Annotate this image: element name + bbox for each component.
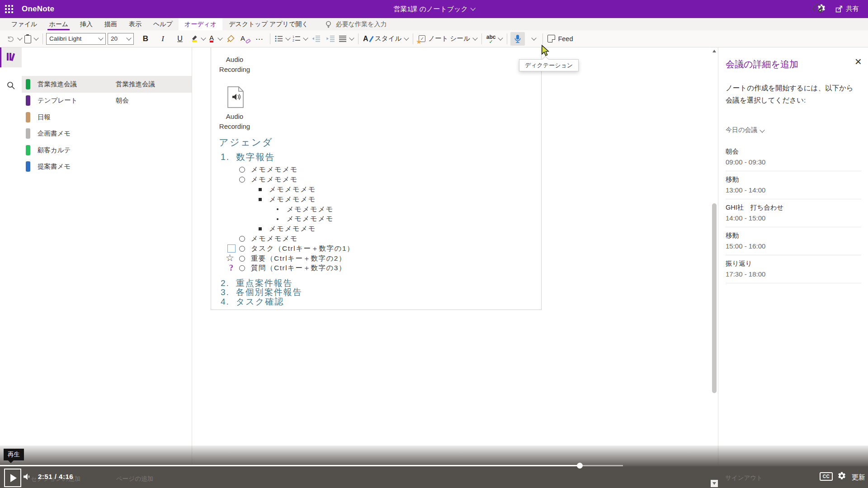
seek-bar-remaining[interactable] [583, 465, 623, 466]
note-row[interactable]: メモメモメモ [211, 194, 537, 204]
tab-draw[interactable]: 描画 [99, 18, 123, 30]
sign-out-link[interactable]: サインアウト [725, 474, 763, 482]
underline-button[interactable]: U [173, 32, 187, 46]
open-in-desktop-button[interactable]: デスクトップ アプリで開く [222, 18, 315, 30]
play-button[interactable] [4, 469, 21, 487]
left-rail [0, 47, 22, 488]
bullets-button[interactable] [274, 32, 291, 46]
highlighter-button[interactable] [189, 32, 207, 46]
meeting-details-panel: 会議の詳細を追加 × ノートの作成を開始するには、以下から会議を選択してください… [718, 47, 868, 488]
notebook-title-header[interactable]: 営業1課 のノートブック [393, 0, 475, 18]
seek-bar-played[interactable] [0, 465, 580, 466]
note-row[interactable]: メモメモメモ [211, 175, 537, 185]
notebook-list-toggle[interactable] [0, 47, 22, 67]
section-item[interactable]: 顧客カルテ [22, 142, 108, 159]
format-painter-button[interactable] [223, 32, 238, 46]
todays-meetings-dropdown[interactable]: 今日の会議 [726, 126, 764, 134]
panel-instruction: ノートの作成を開始するには、以下から会議を選択してください: [726, 82, 860, 106]
section-item[interactable]: 営業推進会議 [22, 76, 108, 93]
numbering-button[interactable]: 12 [291, 32, 309, 46]
page-item[interactable]: 営業推進会議 [108, 76, 192, 93]
total-duration: 4:16 [59, 473, 73, 480]
note-text: メモメモメモ [251, 165, 298, 174]
meeting-item[interactable]: GHI社 打ち合わせ14:00 - 15:00 [726, 199, 861, 227]
agenda-block[interactable]: アジェンダ 1.数字報告 メモメモメモメモメモメモメモメモメモメモメモメモメモメ… [211, 136, 537, 306]
tab-audio[interactable]: オーディオ [179, 18, 222, 30]
scrollbar-up-arrow[interactable] [711, 47, 718, 55]
meeting-name: GHI社 打ち合わせ [726, 203, 861, 212]
note-text: メモメモメモ [251, 175, 298, 184]
font-size-combobox[interactable]: 20 [108, 33, 134, 45]
volume-icon[interactable] [23, 473, 32, 483]
section-label: 日報 [38, 113, 51, 122]
font-color-button[interactable]: A [207, 32, 223, 46]
note-row[interactable]: メモメモメモ [211, 204, 537, 214]
closed-captions-button[interactable]: CC [820, 472, 833, 481]
tab-file[interactable]: ファイル [5, 18, 43, 30]
seek-handle[interactable] [577, 463, 583, 469]
scrollbar-thumb[interactable] [712, 203, 717, 393]
meeting-item[interactable]: 振り返り17:30 - 18:00 [726, 255, 861, 283]
share-button[interactable]: 共有 [830, 2, 864, 16]
more-formatting-button[interactable]: … [252, 32, 267, 46]
section-item[interactable]: テンプレート [22, 93, 108, 109]
todo-checkbox[interactable] [227, 244, 236, 253]
page-canvas[interactable]: AudioRecording AudioRecording アジェンダ 1.数字… [192, 47, 718, 488]
dictation-button[interactable] [510, 32, 525, 46]
add-page-button[interactable]: ページの追加 [116, 475, 153, 483]
app-launcher-icon[interactable] [0, 0, 18, 18]
tab-insert[interactable]: 挿入 [74, 18, 99, 30]
section-label: 提案書メモ [38, 162, 71, 171]
spell-check-button[interactable]: abc✓ [485, 32, 504, 46]
note-row[interactable]: メモメモメモ [211, 165, 537, 175]
section-item[interactable]: 企画書メモ [22, 126, 108, 142]
meeting-item[interactable]: 移動15:00 - 16:00 [726, 227, 861, 255]
search-button[interactable] [0, 75, 22, 95]
share-icon [835, 5, 843, 13]
note-row[interactable]: メモメモメモ [211, 214, 537, 224]
italic-icon: I [161, 34, 164, 43]
italic-button[interactable]: I [156, 32, 170, 46]
section-item[interactable]: 日報 [22, 109, 108, 126]
increase-indent-button[interactable] [323, 32, 338, 46]
scrollbar-down-arrow[interactable] [711, 480, 718, 487]
audio-recording-label[interactable]: AudioRecording [210, 112, 259, 131]
meeting-item[interactable]: 朝会09:00 - 09:30 [726, 143, 861, 171]
feed-button[interactable]: Feed [546, 32, 574, 46]
note-row[interactable]: メモメモメモ [211, 224, 537, 234]
tell-me-search[interactable]: 必要な作業を入力 [325, 18, 387, 30]
undo-button[interactable] [5, 32, 23, 46]
microphone-icon [513, 34, 522, 43]
note-row[interactable]: タスク（Ctrlキー＋数字の1） [211, 244, 537, 253]
close-icon[interactable]: × [855, 56, 862, 67]
tab-view[interactable]: 表示 [123, 18, 147, 30]
agenda-title: アジェンダ [219, 136, 537, 149]
decrease-indent-button[interactable] [309, 32, 323, 46]
audio-recording-label-clipped[interactable]: AudioRecording [210, 55, 259, 75]
alignment-button[interactable] [338, 32, 355, 46]
player-settings-icon[interactable] [837, 471, 846, 482]
font-color-icon: A [208, 34, 215, 44]
clear-formatting-button[interactable]: A [238, 32, 252, 46]
font-name-combobox[interactable]: Calibri Light [46, 33, 106, 45]
dictation-dropdown[interactable] [525, 32, 539, 46]
page-item[interactable]: 朝会 [108, 93, 192, 109]
note-row[interactable]: メモメモメモ [211, 185, 537, 195]
note-row[interactable]: ?質問（Ctrlキー＋数字の3） [211, 263, 537, 273]
note-text: タスク（Ctrlキー＋数字の1） [251, 244, 354, 253]
update-link[interactable]: 更新 [852, 473, 865, 482]
section-item[interactable]: 提案書メモ [22, 159, 108, 175]
tab-home[interactable]: ホーム [43, 18, 74, 30]
bold-button[interactable]: B [138, 32, 153, 46]
tab-help[interactable]: ヘルプ [147, 18, 179, 30]
audio-file-icon[interactable] [227, 86, 244, 110]
note-tags-button[interactable]: ✓★ ノート シール [416, 32, 478, 46]
paste-button[interactable] [23, 32, 39, 46]
meeting-item[interactable]: 移動13:00 - 14:00 [726, 171, 861, 199]
note-row[interactable]: メモメモメモ [211, 234, 537, 244]
bullet-square [259, 188, 262, 191]
note-row[interactable]: ☆重要（Ctrlキー＋数字の2） [211, 253, 537, 263]
onenote-window: { "app": { "name": "OneNote", "notebook_… [0, 0, 868, 488]
chevron-down-icon [472, 35, 477, 40]
styles-button[interactable]: A スタイル [362, 32, 410, 46]
